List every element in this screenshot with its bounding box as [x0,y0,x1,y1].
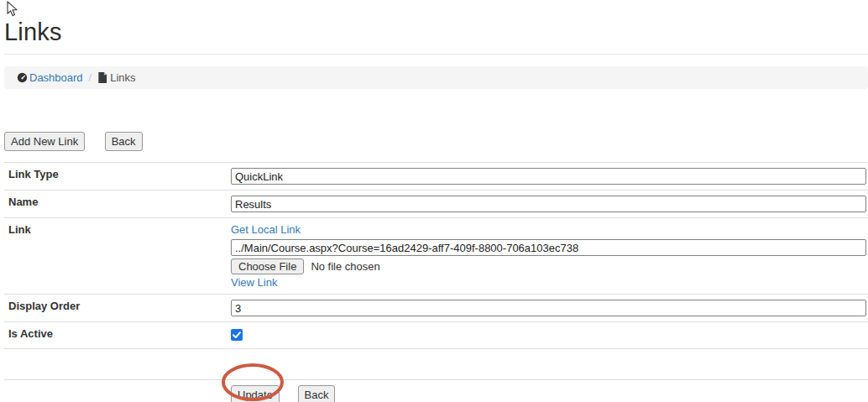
link-type-label: Link Type [4,163,227,191]
name-label: Name [4,191,227,218]
link-label: Link [4,218,227,295]
title-divider [4,54,868,55]
back-button-bottom[interactable]: Back [298,385,336,402]
page-container: Links Dashboard / Links Add [0,18,868,402]
table-row-display-order: Display Order [4,295,868,322]
file-status-text: No file chosen [311,260,379,273]
table-row-actions: Update Back [4,380,868,402]
page-title: Links [4,18,868,46]
dashboard-gauge-icon [17,72,28,83]
is-active-checkbox[interactable] [231,329,243,341]
link-form-table: Link Type Name Link Get Local Link Choos… [4,162,868,402]
file-input: Choose File No file chosen [231,258,866,274]
breadcrumb: Dashboard / Links [4,66,868,89]
view-link[interactable]: View Link [231,276,277,289]
breadcrumb-separator: / [89,71,92,84]
choose-file-button[interactable]: Choose File [231,258,304,274]
table-row-name: Name [4,191,868,218]
breadcrumb-dashboard-link[interactable]: Dashboard [29,71,83,84]
get-local-link[interactable]: Get Local Link [231,223,301,236]
table-row-link-type: Link Type [4,163,868,191]
breadcrumb-current: Links [97,71,135,84]
name-input[interactable] [231,196,866,212]
back-button-top[interactable]: Back [105,132,143,151]
breadcrumb-dashboard[interactable]: Dashboard [17,71,83,84]
mouse-cursor-icon [6,1,18,18]
link-url-input[interactable] [231,239,866,256]
is-active-label: Is Active [4,322,227,349]
table-row-spacer [4,349,868,380]
display-order-label: Display Order [4,295,227,322]
link-type-input[interactable] [231,168,866,185]
file-icon [97,72,108,83]
display-order-input[interactable] [231,300,866,316]
add-new-link-button[interactable]: Add New Link [4,132,85,151]
toolbar: Add New Link Back [4,132,868,151]
table-row-is-active: Is Active [4,322,868,349]
breadcrumb-current-label: Links [110,71,135,84]
update-button[interactable]: Update [231,385,280,402]
table-row-link: Link Get Local Link Choose File No file … [4,218,868,295]
